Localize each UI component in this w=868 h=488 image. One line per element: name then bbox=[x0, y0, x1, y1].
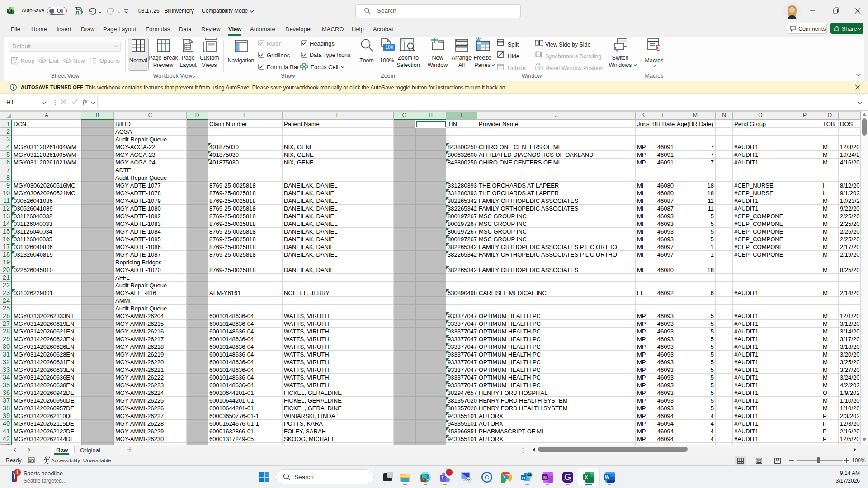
svg-text:W: W bbox=[605, 475, 609, 480]
svg-text:N: N bbox=[543, 475, 547, 480]
svg-text:C: C bbox=[485, 474, 489, 481]
svg-text:X: X bbox=[585, 475, 588, 480]
svg-text:O: O bbox=[522, 475, 525, 480]
svg-text:X: X bbox=[8, 9, 11, 13]
svg-text:T: T bbox=[442, 475, 444, 479]
